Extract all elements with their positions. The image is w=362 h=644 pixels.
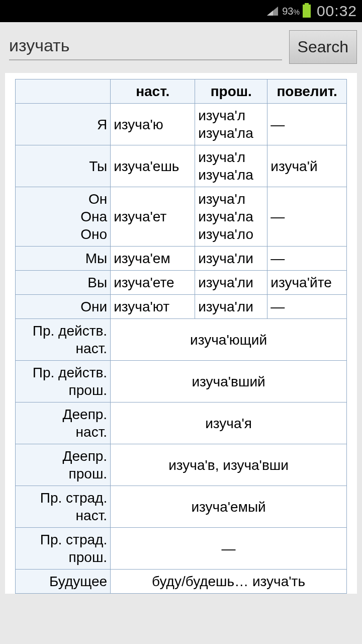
cell-form-label: Деепр. прош. [16,444,111,486]
table-row: Ты изуча'ешь изуча'л изуча'ла изуча'й [16,145,347,187]
cell-pronoun: Ты [16,145,111,187]
table-row: Я изуча'ю изуча'л изуча'ла — [16,104,347,145]
cell-present: изуча'ешь [111,145,195,187]
cell-form-value: изуча'в, изуча'вши [111,444,347,486]
status-bar: 93% 00:32 [0,0,362,22]
table-row: Вы изуча'ете изуча'ли изуча'йте [16,271,347,295]
table-row: Мы изуча'ем изуча'ли — [16,247,347,271]
table-row: Деепр. прош. изуча'в, изуча'вши [16,444,347,486]
col-imperative: повелит. [267,79,347,104]
cell-imperative: — [267,247,347,271]
cell-pronoun: Мы [16,247,111,271]
cell-form-label: Деепр. наст. [16,403,111,444]
table-row: Деепр. наст. изуча'я [16,403,347,444]
cell-present: изуча'ете [111,271,195,295]
cell-present: изуча'ем [111,247,195,271]
search-input[interactable] [9,34,282,60]
cell-present: изуча'ет [111,187,195,247]
cell-pronoun: Я [16,104,111,145]
signal-icon [267,7,278,16]
cell-form-label: Пр. действ. прош. [16,361,111,403]
cell-past: изуча'ли [195,247,267,271]
content-area: наст. прош. повелит. Я изуча'ю изуча'л и… [5,73,357,594]
table-row: Будущее буду/будешь… изуча'ть [16,570,347,594]
cell-form-value: изуча'емый [111,486,347,528]
cell-form-label: Будущее [16,570,111,594]
col-past: прош. [195,79,267,104]
table-row: Пр. страд. наст. изуча'емый [16,486,347,528]
cell-form-label: Пр. страд. прош. [16,528,111,570]
table-row: Они изуча'ют изуча'ли — [16,295,347,319]
battery-icon [303,5,311,18]
cell-imperative: — [267,187,347,247]
cell-pronoun: Вы [16,271,111,295]
cell-past: изуча'л изуча'ла [195,104,267,145]
cell-past: изуча'ли [195,271,267,295]
cell-past: изуча'ли [195,295,267,319]
cell-form-label: Пр. страд. наст. [16,486,111,528]
cell-imperative: — [267,295,347,319]
col-pronoun [16,79,111,104]
cell-present: изуча'ю [111,104,195,145]
cell-past: изуча'л изуча'ла изуча'ло [195,187,267,247]
table-row: Пр. действ. наст. изуча'ющий [16,319,347,361]
cell-imperative: изуча'йте [267,271,347,295]
clock: 00:32 [317,3,357,20]
table-row: Пр. страд. прош. — [16,528,347,570]
table-row: Он Она Оно изуча'ет изуча'л изуча'ла изу… [16,187,347,247]
cell-form-value: — [111,528,347,570]
battery-percent: 93% [282,6,300,17]
col-present: наст. [111,79,195,104]
table-header-row: наст. прош. повелит. [16,79,347,104]
conjugation-table: наст. прош. повелит. Я изуча'ю изуча'л и… [15,79,347,594]
cell-past: изуча'л изуча'ла [195,145,267,187]
cell-form-value: изуча'вший [111,361,347,403]
cell-imperative: — [267,104,347,145]
table-row: Пр. действ. прош. изуча'вший [16,361,347,403]
cell-form-label: Пр. действ. наст. [16,319,111,361]
cell-pronoun: Они [16,295,111,319]
cell-imperative: изуча'й [267,145,347,187]
cell-form-value: изуча'ющий [111,319,347,361]
cell-form-value: изуча'я [111,403,347,444]
cell-pronoun: Он Она Оно [16,187,111,247]
cell-form-value: буду/будешь… изуча'ть [111,570,347,594]
cell-present: изуча'ют [111,295,195,319]
search-button[interactable]: Search [289,30,357,64]
search-bar: Search [0,22,362,70]
